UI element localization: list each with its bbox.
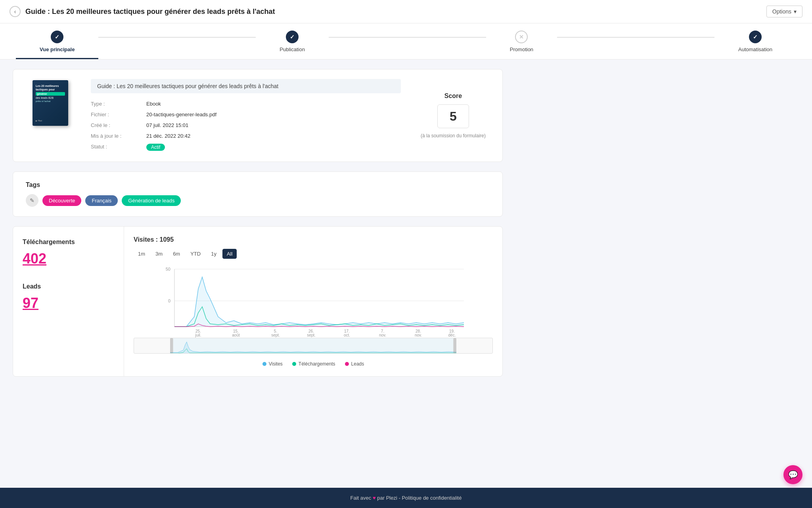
content-info: Guide : Les 20 meilleures tactiques pour… xyxy=(91,79,401,152)
stats-section: Téléchargements 402 Leads 97 Visites : 1… xyxy=(13,226,503,377)
svg-marker-6 xyxy=(174,277,464,327)
tag-francais[interactable]: Français xyxy=(85,195,118,206)
step-publication[interactable]: ✓ Publication xyxy=(256,23,329,59)
filter-3m[interactable]: 3m xyxy=(151,249,167,259)
step-connector-2 xyxy=(329,37,486,38)
filter-6m[interactable]: 6m xyxy=(169,249,184,259)
score-value: 5 xyxy=(437,104,469,128)
legend-visites: Visites xyxy=(262,361,283,367)
page-title: Guide : Les 20 meilleures tactiques pour… xyxy=(25,8,275,16)
file-label: Fichier : xyxy=(91,110,146,119)
chart-container: 50 0 25. juil. 15. août 5. xyxy=(134,265,493,355)
book-cover: Les 20 meilleures tactiques pour générer… xyxy=(33,80,68,126)
filter-1m[interactable]: 1m xyxy=(134,249,149,259)
step-label-promotion: Promotion xyxy=(510,46,533,52)
minimap-svg xyxy=(134,338,493,354)
type-value: Ebook xyxy=(146,100,401,108)
score-subtitle: (à la soumission du formulaire) xyxy=(421,133,486,139)
top-header: ‹ Guide : Les 20 meilleures tactiques po… xyxy=(0,0,812,23)
chart-minimap[interactable] xyxy=(134,338,493,355)
book-thumbnail: Les 20 meilleures tactiques pour générer… xyxy=(23,79,78,127)
legend-label-leads: Leads xyxy=(351,361,364,367)
svg-text:50: 50 xyxy=(166,267,170,271)
leads-value[interactable]: 97 xyxy=(23,295,114,312)
updated-label: Mis à jour le : xyxy=(91,132,146,140)
book-cover-subtitle: prêts à l'achat xyxy=(36,100,65,102)
options-button[interactable]: Options ▾ xyxy=(766,6,802,17)
leads-label: Leads xyxy=(23,283,114,290)
created-label: Créé le : xyxy=(91,121,146,129)
step-circle-vue-principale: ✓ xyxy=(51,31,63,43)
type-label: Type : xyxy=(91,100,146,108)
svg-text:0: 0 xyxy=(168,298,170,303)
leads-block: Leads 97 xyxy=(23,283,114,312)
filter-ytd[interactable]: YTD xyxy=(186,249,205,259)
tags-row: ✎ Découverte Français Génération de lead… xyxy=(26,194,490,207)
back-button[interactable]: ‹ xyxy=(10,6,21,17)
content-card: Les 20 meilleures tactiques pour générer… xyxy=(13,69,503,162)
step-label-vue-principale: Vue principale xyxy=(40,46,75,52)
tag-generation[interactable]: Génération de leads xyxy=(122,195,181,206)
step-label-automatisation: Automatisation xyxy=(738,46,772,52)
step-promotion[interactable]: ✕ Promotion xyxy=(486,23,557,59)
tag-decouverte[interactable]: Découverte xyxy=(42,195,81,206)
content-name-bar: Guide : Les 20 meilleures tactiques pour… xyxy=(91,79,401,93)
legend-leads: Leads xyxy=(345,361,364,367)
step-circle-automatisation: ✓ xyxy=(749,31,762,43)
tag-edit-button[interactable]: ✎ xyxy=(26,194,38,207)
legend-dot-telechargements xyxy=(292,362,296,366)
svg-text:nov.: nov. xyxy=(415,333,422,337)
tags-title: Tags xyxy=(26,181,490,189)
downloads-block: Téléchargements 402 xyxy=(23,239,114,267)
downloads-value[interactable]: 402 xyxy=(23,250,114,267)
info-grid: Type : Ebook Fichier : 20-tactiques-gene… xyxy=(91,100,401,152)
steps-nav: ✓ Vue principale ✓ Publication ✕ Promoti… xyxy=(0,23,812,60)
svg-rect-25 xyxy=(453,338,456,353)
main-chart: 50 0 25. juil. 15. août 5. xyxy=(134,265,493,333)
filter-all[interactable]: All xyxy=(222,249,237,259)
chart-legend: Visites Téléchargements Leads xyxy=(134,361,493,367)
legend-telechargements: Téléchargements xyxy=(292,361,335,367)
score-title: Score xyxy=(444,92,462,100)
svg-text:août: août xyxy=(232,333,240,337)
svg-text:sept.: sept. xyxy=(271,333,280,337)
step-vue-principale[interactable]: ✓ Vue principale xyxy=(16,23,98,59)
svg-text:sept.: sept. xyxy=(307,333,316,337)
svg-text:nov.: nov. xyxy=(379,333,386,337)
stat-left-panel: Téléchargements 402 Leads 97 xyxy=(13,227,124,376)
created-value: 07 juil. 2022 15:01 xyxy=(146,121,401,129)
main-content: Les 20 meilleures tactiques pour générer… xyxy=(0,60,515,386)
score-panel: Score 5 (à la soumission du formulaire) xyxy=(414,79,493,152)
chart-title: Visites : 1095 xyxy=(134,236,493,243)
legend-dot-visites xyxy=(262,362,266,366)
book-cover-highlight: générer xyxy=(36,92,65,96)
step-circle-promotion: ✕ xyxy=(515,31,528,43)
svg-rect-24 xyxy=(170,338,173,353)
step-automatisation[interactable]: ✓ Automatisation xyxy=(714,23,796,59)
step-label-publication: Publication xyxy=(280,46,305,52)
book-cover-title: Les 20 meilleures tactiques pour xyxy=(36,84,65,91)
tags-card: Tags ✎ Découverte Français Génération de… xyxy=(13,171,503,217)
downloads-label: Téléchargements xyxy=(23,239,114,246)
legend-label-telechargements: Téléchargements xyxy=(299,361,335,367)
book-cover-footer: ▶ Plezi xyxy=(36,119,65,122)
chart-panel: Visites : 1095 1m 3m 6m YTD 1y All 5 xyxy=(124,227,502,376)
svg-text:déc.: déc. xyxy=(448,333,456,337)
svg-rect-26 xyxy=(173,338,454,353)
legend-dot-leads xyxy=(345,362,349,366)
options-label: Options xyxy=(772,8,791,15)
svg-text:oct.: oct. xyxy=(344,333,350,337)
file-value: 20-tactiques-generer-leads.pdf xyxy=(146,110,401,119)
step-connector-3 xyxy=(557,37,714,38)
step-connector-1 xyxy=(98,37,256,38)
filter-1y[interactable]: 1y xyxy=(207,249,221,259)
time-filters: 1m 3m 6m YTD 1y All xyxy=(134,249,493,259)
step-circle-publication: ✓ xyxy=(286,31,299,43)
book-cover-b2b: des leads B2B xyxy=(36,96,65,99)
updated-value: 21 déc. 2022 20:42 xyxy=(146,132,401,140)
header-left: ‹ Guide : Les 20 meilleures tactiques po… xyxy=(10,6,275,17)
status-value: Actif xyxy=(146,142,401,152)
status-label: Statut : xyxy=(91,142,146,152)
svg-text:juil.: juil. xyxy=(195,333,201,337)
status-badge: Actif xyxy=(146,144,165,151)
